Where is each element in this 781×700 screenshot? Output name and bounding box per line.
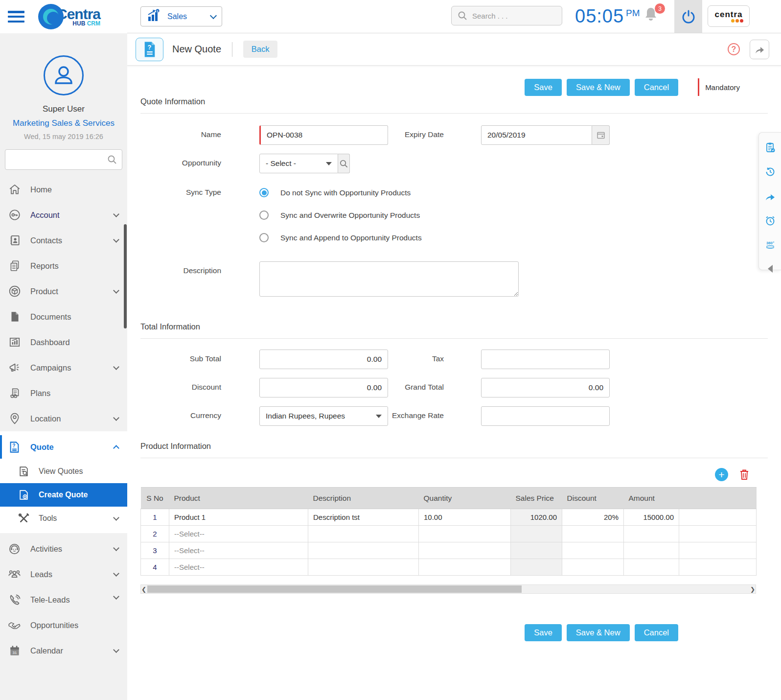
sidebar-item-documents[interactable]: Documents xyxy=(0,304,127,329)
main-content: ? New Quote Back ? Save Save & New Cance… xyxy=(127,33,781,700)
sidebar-item-dashboard[interactable]: Dashboard xyxy=(0,329,127,355)
sidebar-search-input[interactable] xyxy=(10,156,107,163)
product-cell[interactable]: Product 1 xyxy=(169,509,308,526)
product-cell[interactable]: --Select-- xyxy=(169,542,308,559)
product-information-title: Product Information xyxy=(140,442,781,451)
product-cell[interactable]: --Select-- xyxy=(169,559,308,576)
sales-price-cell[interactable] xyxy=(511,559,562,576)
exchange-rate-input[interactable] xyxy=(481,406,610,426)
share-forward-button[interactable] xyxy=(764,190,776,202)
table-horizontal-scrollbar[interactable]: ❮ ❯ xyxy=(140,584,756,594)
sidebar-item-location[interactable]: Location xyxy=(0,406,127,431)
sidebar-item-leads[interactable]: Leads xyxy=(0,561,127,587)
amount-cell[interactable] xyxy=(624,542,679,559)
sales-price-cell[interactable] xyxy=(511,526,562,542)
sidebar-item-view-quotes[interactable]: View Quotes xyxy=(0,460,127,483)
discount-cell[interactable] xyxy=(562,559,624,576)
discount-cell[interactable] xyxy=(562,526,624,542)
description-cell[interactable] xyxy=(308,542,419,559)
save-button[interactable]: Save xyxy=(525,624,562,641)
sidebar-item-quote[interactable]: ? Quote xyxy=(0,434,127,460)
audit-log-button[interactable] xyxy=(764,141,776,153)
add-row-button[interactable]: + xyxy=(715,468,728,481)
save-and-new-button[interactable]: Save & New xyxy=(567,624,630,641)
profile-department[interactable]: Marketing Sales & Services xyxy=(0,118,127,128)
module-selector-dropdown[interactable]: $ Sales xyxy=(140,6,222,26)
sidebar-item-tools[interactable]: Tools xyxy=(0,507,127,530)
quantity-cell[interactable]: 10.00 xyxy=(419,509,511,526)
svg-text:?: ? xyxy=(147,44,151,51)
quantity-cell[interactable] xyxy=(419,559,511,576)
centra-brand-button[interactable]: centra xyxy=(708,5,750,27)
scroll-right-arrow[interactable]: ❯ xyxy=(750,586,756,593)
share-button[interactable] xyxy=(750,40,769,59)
sidebar-item-product[interactable]: Product xyxy=(0,279,127,304)
sidebar-item-create-quote[interactable]: Create Quote xyxy=(0,483,127,507)
description-cell[interactable] xyxy=(308,559,419,576)
grand-total-input[interactable] xyxy=(481,378,610,397)
back-button[interactable]: Back xyxy=(243,41,277,58)
opportunity-lookup-button[interactable] xyxy=(338,154,350,173)
row-number: 4 xyxy=(141,559,169,576)
sidebar-item-contacts[interactable]: Contacts xyxy=(0,228,127,253)
sync-option-do-not-sync[interactable]: Do not Sync with Opportunity Products xyxy=(259,188,553,197)
col-extra xyxy=(679,488,757,509)
logo-hub-text: HUB xyxy=(72,20,85,27)
quote-information-title: Quote Information xyxy=(140,97,781,106)
panel-collapse-arrow[interactable] xyxy=(768,265,773,273)
history-button[interactable] xyxy=(764,166,776,178)
sales-price-cell[interactable]: 1020.00 xyxy=(511,509,562,526)
global-search-input[interactable] xyxy=(472,12,551,20)
avatar[interactable] xyxy=(44,55,84,95)
amount-cell[interactable] xyxy=(624,526,679,542)
col-sno: S No xyxy=(141,488,169,509)
notifications-button[interactable]: 3 xyxy=(643,6,663,27)
amount-cell[interactable] xyxy=(624,559,679,576)
sidebar-scrollbar[interactable] xyxy=(124,224,127,328)
logout-button[interactable] xyxy=(674,0,702,33)
delete-rows-icon[interactable] xyxy=(739,468,750,481)
sidebar-item-home[interactable]: Home xyxy=(0,177,127,202)
sidebar-item-account[interactable]: Account xyxy=(0,202,127,228)
calendar-picker-button[interactable] xyxy=(592,125,610,145)
cancel-button[interactable]: Cancel xyxy=(635,79,678,96)
sidebar-item-reports[interactable]: Reports xyxy=(0,253,127,279)
hamburger-menu-icon[interactable] xyxy=(8,11,24,23)
tax-input[interactable] xyxy=(481,350,610,369)
reminder-button[interactable] xyxy=(764,215,776,227)
help-icon[interactable]: ? xyxy=(728,43,740,55)
sidebar-item-activities[interactable]: Activities xyxy=(0,536,127,561)
sidebar-item-calendar[interactable]: 31 Calendar xyxy=(0,638,127,663)
view-360-button[interactable]: 360° xyxy=(764,239,776,251)
create-quote-icon xyxy=(18,489,30,501)
sidebar-item-campaigns[interactable]: Campaigns xyxy=(0,355,127,380)
sidebar-item-opportunities[interactable]: Opportunities xyxy=(0,612,127,638)
description-cell[interactable]: Description tst xyxy=(308,509,419,526)
expiry-date-input[interactable] xyxy=(481,125,592,145)
description-textarea[interactable] xyxy=(259,261,519,297)
sidebar-item-plans[interactable]: Plans xyxy=(0,380,127,406)
amount-cell[interactable]: 15000.00 xyxy=(624,509,679,526)
scrollbar-thumb[interactable] xyxy=(147,585,522,593)
sync-option-append[interactable]: Sync and Append to Opportunity Products xyxy=(259,233,553,242)
discount-cell[interactable] xyxy=(562,542,624,559)
search-icon xyxy=(458,11,467,21)
save-and-new-button[interactable]: Save & New xyxy=(567,79,630,96)
quantity-cell[interactable] xyxy=(419,526,511,542)
sidebar-item-tele-leads[interactable]: Tele-Leads xyxy=(0,587,127,612)
save-button[interactable]: Save xyxy=(525,79,562,96)
scroll-left-arrow[interactable]: ❮ xyxy=(141,586,147,593)
product-table: S No Product Description Quantity Sales … xyxy=(140,487,757,576)
discount-cell[interactable]: 20% xyxy=(562,509,624,526)
radio-icon xyxy=(259,233,269,242)
row-number: 1 xyxy=(141,509,169,526)
cancel-button[interactable]: Cancel xyxy=(635,624,678,641)
sync-option-overwrite[interactable]: Sync and Overwrite Opportunity Products xyxy=(259,210,553,220)
opportunity-select[interactable]: - Select - xyxy=(259,154,338,173)
people-icon xyxy=(8,568,21,581)
sales-price-cell[interactable] xyxy=(511,542,562,559)
product-cell[interactable]: --Select-- xyxy=(169,526,308,542)
quantity-cell[interactable] xyxy=(419,542,511,559)
description-cell[interactable] xyxy=(308,526,419,542)
section-divider xyxy=(140,113,768,114)
